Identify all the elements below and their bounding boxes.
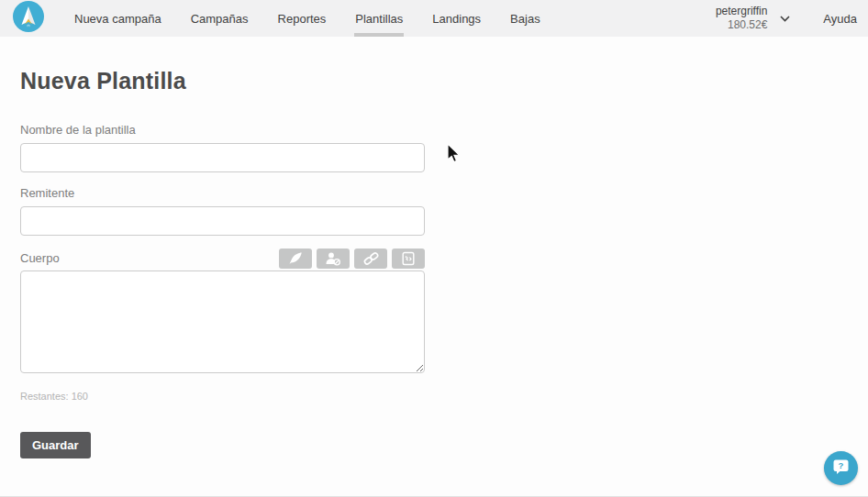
source-code-button[interactable] <box>392 248 425 269</box>
help-chat-button[interactable]: ? <box>824 451 858 485</box>
nav-item-reportes[interactable]: Reportes <box>277 0 328 37</box>
body-label: Cuerpo <box>20 251 60 265</box>
template-form: Nombre de la plantilla Remitente Cuerpo <box>20 123 425 458</box>
user-info: petergriffin 180.52€ <box>716 5 767 32</box>
sender-label: Remitente <box>20 186 425 200</box>
user-name: petergriffin <box>716 5 767 18</box>
user-menu[interactable]: petergriffin 180.52€ <box>716 5 790 32</box>
body-header-row: Cuerpo <box>20 248 425 269</box>
chevron-down-icon <box>780 16 790 22</box>
unsubscribe-link-button[interactable] <box>317 248 350 269</box>
nav-item-landings[interactable]: Landings <box>431 0 482 37</box>
nav-item-nueva-campana[interactable]: Nueva campaña <box>73 0 162 37</box>
save-button[interactable]: Guardar <box>20 432 91 458</box>
nav-item-bajas[interactable]: Bajas <box>509 0 541 37</box>
user-balance: 180.52€ <box>716 18 767 32</box>
file-code-icon <box>401 251 416 266</box>
template-name-label: Nombre de la plantilla <box>20 123 425 137</box>
body-textarea[interactable] <box>20 271 425 373</box>
paper-plane-logo <box>13 1 44 32</box>
template-name-input[interactable] <box>20 143 425 172</box>
page-title: Nueva Plantilla <box>20 68 868 94</box>
main-nav: Nueva campaña Campañas Reportes Plantill… <box>73 0 569 37</box>
user-block-icon <box>325 251 341 266</box>
main-content: Nueva Plantilla Nombre de la plantilla R… <box>0 68 868 458</box>
chars-remaining: Restantes: 160 <box>20 391 425 402</box>
personalize-button[interactable] <box>279 248 312 269</box>
nav-item-plantillas[interactable]: Plantillas <box>354 0 404 37</box>
sender-input[interactable] <box>20 206 425 236</box>
navbar-right: petergriffin 180.52€ Ayuda <box>716 0 868 37</box>
nav-item-campanas[interactable]: Campañas <box>190 0 250 37</box>
top-navbar: Nueva campaña Campañas Reportes Plantill… <box>0 0 868 37</box>
link-icon <box>363 251 379 266</box>
insert-link-button[interactable] <box>354 248 387 269</box>
svg-text:?: ? <box>839 460 844 470</box>
app-logo[interactable] <box>13 1 44 32</box>
nav-item-ayuda[interactable]: Ayuda <box>823 12 857 26</box>
body-toolbar <box>274 248 425 269</box>
question-bubble-icon: ? <box>832 458 850 479</box>
quill-icon <box>287 251 304 266</box>
